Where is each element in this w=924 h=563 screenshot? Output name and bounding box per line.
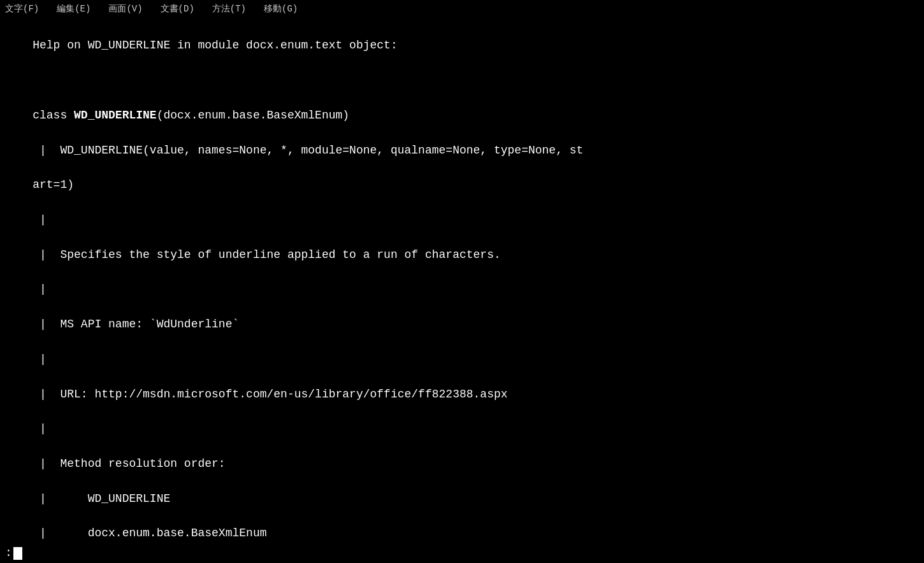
line-msapi: | MS API name: `WdUnderline` (32, 318, 239, 331)
colon-prompt: : (5, 545, 12, 562)
line-mro2: | docx.enum.base.BaseXmlEnum (32, 527, 266, 539)
line-pipe5: | (32, 422, 47, 435)
line-help: Help on WD_UNDERLINE in module docx.enum… (32, 39, 398, 52)
line-art: art=1) (32, 178, 74, 191)
line-pipe3: | (32, 283, 47, 296)
bottom-bar: : (0, 543, 924, 563)
line-mro-head: | Method resolution order: (32, 457, 225, 470)
menu-bar[interactable]: 文字(F) 編集(E) 画面(V) 文書(D) 方法(T) 移動(G) (5, 3, 919, 16)
line-class: class WD_UNDERLINE(docx.enum.base.BaseXm… (32, 109, 349, 122)
line-pipe1: | WD_UNDERLINE(value, names=None, *, mod… (32, 144, 583, 157)
line-desc: | Specifies the style of underline appli… (32, 248, 501, 261)
line-mro1: | WD_UNDERLINE (32, 492, 170, 505)
line-pipe2: | (32, 213, 47, 226)
help-content: Help on WD_UNDERLINE in module docx.enum… (5, 20, 919, 563)
line-url: | URL: http://msdn.microsoft.com/en-us/l… (32, 388, 507, 401)
line-pipe4: | (32, 353, 47, 366)
cursor-block (13, 547, 22, 560)
class-name-bold: WD_UNDERLINE (74, 109, 157, 122)
line-blank1 (32, 74, 40, 87)
terminal-window: 文字(F) 編集(E) 画面(V) 文書(D) 方法(T) 移動(G) Help… (0, 0, 924, 563)
